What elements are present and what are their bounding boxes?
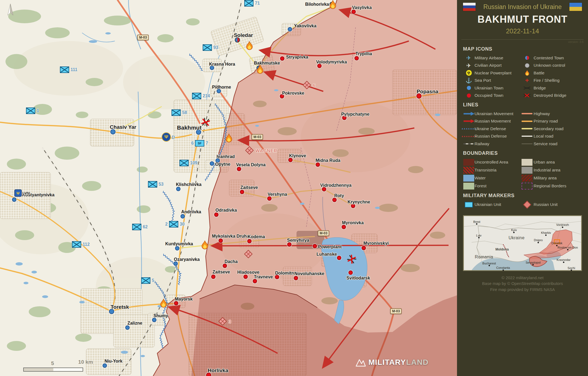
minimap-country-label: Romania xyxy=(475,255,493,260)
battle-icon xyxy=(245,41,254,51)
town-dot-ru xyxy=(294,276,298,280)
bridge-icon xyxy=(523,86,531,90)
legend-item-label: Local road xyxy=(534,134,582,139)
town-dot-ua xyxy=(210,161,214,166)
forest-swatch xyxy=(463,183,474,190)
minimap-country-label: Moldova xyxy=(496,247,509,251)
town-label: Ozaryanivka xyxy=(174,257,200,262)
legend-item-label: Military Airbase xyxy=(475,56,520,60)
legend-icon-cell: + xyxy=(520,77,534,84)
legend-item-label: Ukrainian Unit xyxy=(475,202,520,207)
legend-icon-cell xyxy=(463,86,475,90)
town-label: Svitlodarsk xyxy=(347,276,370,281)
town-label: Vasylivka xyxy=(352,5,372,10)
town-dot-ru xyxy=(287,242,292,247)
town-dot-ru xyxy=(342,225,346,229)
minimap-city-dot xyxy=(563,261,564,263)
town-label: Dacha xyxy=(225,259,238,264)
town-label: Myronivka xyxy=(342,220,363,225)
minimap-city-label: Lviv xyxy=(476,234,482,237)
town-label: Vidrodzhennya xyxy=(320,183,351,188)
ukrainian-unit-marker xyxy=(179,160,189,166)
legend-item-label: Highway xyxy=(534,111,582,116)
legend-icon-cell xyxy=(520,136,534,137)
ukrainian-division-badge: Ψ xyxy=(162,132,171,142)
transnistria-swatch xyxy=(463,167,474,174)
map-markers-layer: BilohorivkaVasylivkaYakovlivkaSoledarStr… xyxy=(0,0,457,376)
secondary-road-icon xyxy=(522,128,532,129)
legend-icon-cell: ✈ xyxy=(463,55,475,61)
legend-icon-cell: ⚓ xyxy=(463,78,475,83)
town-label: Zaitseve xyxy=(240,185,258,190)
legend-icon-cell: ✈ xyxy=(463,63,475,68)
town-dot-ru xyxy=(348,270,353,275)
legend-item-label: Unknown control xyxy=(534,63,582,68)
town-label: Pokrovske xyxy=(282,91,304,96)
town-dot-ru xyxy=(337,256,341,260)
town-dot-ua xyxy=(181,214,185,218)
town-dot-ru xyxy=(288,158,293,162)
watermark-text-bold: MILITARY xyxy=(368,358,406,367)
legend-icon-cell xyxy=(520,63,534,68)
town-dot-ru xyxy=(240,190,244,194)
civilian-airport-icon: ✈ xyxy=(466,63,471,68)
legend-icon-cell xyxy=(520,202,534,208)
ukrainian-unit-label: 6 xyxy=(191,141,194,146)
town-label: Myronivskyi xyxy=(363,241,389,246)
town-dot-ua xyxy=(173,261,178,266)
ukrainian-unit-label: D xyxy=(172,135,175,140)
town-label: Ivanhrad xyxy=(217,154,235,159)
legend-item-label: Contested Town xyxy=(534,56,582,60)
legend-icon-cell xyxy=(520,70,534,76)
ukrainian-unit-label: 5 xyxy=(152,278,154,283)
town-label: Niu-York xyxy=(104,359,122,364)
industrial-area-swatch xyxy=(522,167,532,174)
legend-icon-cell xyxy=(520,183,534,190)
legend-icon-cell xyxy=(520,86,534,90)
legend-icon-cell xyxy=(520,144,534,144)
town-label: Krasna Hora xyxy=(209,62,235,67)
legend-item-label: Bridge xyxy=(534,86,582,91)
legend-grid: Ukrainian UnitRussian Unit xyxy=(463,201,582,209)
legend-section-title: MAP ICONS xyxy=(463,46,582,52)
ukrainian-unit-marker xyxy=(60,66,69,73)
legend-icon-cell xyxy=(463,167,475,174)
town-label: Roty xyxy=(334,193,344,198)
legend-section-title: MILITARY MARKERS xyxy=(463,193,582,199)
town-dot-ru xyxy=(247,239,252,243)
legend-icon-cell xyxy=(520,113,534,114)
watermark-text-light: LAND xyxy=(406,358,429,367)
legend-sidebar: Russian Invasion of Ukraine BAKHMUT FRON… xyxy=(457,0,588,376)
north-compass-icon xyxy=(7,3,14,18)
footer-credit-line: Fire map provided by FIRMS NASA xyxy=(463,287,582,293)
version-label: version: 3.6 xyxy=(463,40,584,43)
town-label: Zaitseve xyxy=(213,270,230,275)
minimap-city-label: Dnipro xyxy=(534,238,543,242)
legend-icon-cell xyxy=(463,183,475,190)
minimap-city-dot xyxy=(562,226,563,228)
legend-item-label: Uncontrolled Area xyxy=(475,160,520,165)
footer-credit-line: © 2022 militaryland.net xyxy=(463,275,582,281)
minimap-city-label: Brest xyxy=(473,220,480,223)
town-dot-ua xyxy=(176,187,181,191)
legend-icon-cell xyxy=(520,128,534,129)
town-label: Novoluhanske xyxy=(294,271,324,276)
minimap-city-dot xyxy=(478,237,479,238)
ukrainian-unit-icon xyxy=(465,202,473,208)
map-scale-bar xyxy=(23,368,83,372)
minimap-city-label: Rostov-on-Don xyxy=(558,246,578,249)
battle-icon xyxy=(159,299,168,309)
town-label: Bakhmut xyxy=(177,124,202,131)
page-title: BAKHMUT FRONT xyxy=(463,14,582,25)
ukrainian-unit-marker xyxy=(192,93,201,99)
town-label: Kodema xyxy=(248,234,265,239)
minimap-city-label: Constanta xyxy=(496,266,510,269)
town-label: Luhanske xyxy=(316,252,337,257)
town-label: Popasna xyxy=(417,89,438,95)
ukrainian-unit-label: 71 xyxy=(255,1,260,6)
town-dot-ru xyxy=(362,246,366,250)
russian-defense-icon: ▲▲▲▲▲▲▲ xyxy=(461,135,476,138)
legend-item-label: Russian Defense xyxy=(475,134,520,139)
railway-icon xyxy=(463,143,474,144)
minimap-country-label: Ukraine xyxy=(508,235,525,240)
